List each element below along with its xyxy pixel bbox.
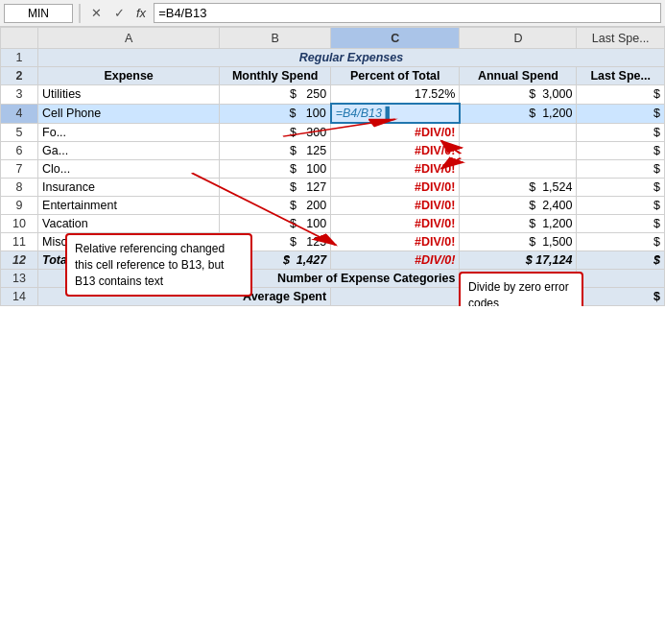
col-header-e[interactable]: Last Spe... [577,28,665,49]
cell-7c[interactable]: #DIV/0! [331,160,460,179]
cell-3b[interactable]: $ 250 [220,85,331,105]
header-b: Monthly Spend [220,67,331,85]
cell-6c[interactable]: #DIV/0! [331,142,460,160]
divider [79,4,81,23]
spreadsheet: A B C D Last Spe... 1 Regular Expenses 2… [0,27,665,306]
cell-6e[interactable]: $ [577,142,665,160]
cell-12a[interactable]: Totals [38,251,220,270]
col-header-c[interactable]: C [331,28,460,49]
cell-11c[interactable]: #DIV/0! [331,233,460,251]
cell-12b[interactable]: $ 1,427 [220,251,331,270]
cell-4d[interactable]: $ 1,200 [460,104,577,123]
header-e: Last Spe... [577,67,665,85]
cell-10c[interactable]: #DIV/0! [331,215,460,233]
cell-5a[interactable]: Fo... [38,123,220,142]
cell-11d[interactable]: $ 1,500 [460,233,577,251]
cell-12e[interactable]: $ [577,251,665,270]
row-12: 12 Totals $ 1,427 #DIV/0! $ 17,124 $ [1,251,665,270]
title-cell: Regular Expenses [38,49,665,67]
cell-11a[interactable]: Miscellaneous [38,233,220,251]
cell-7e[interactable]: $ [577,160,665,179]
cell-3e[interactable]: $ [577,85,665,105]
cell-8b[interactable]: $ 127 [220,179,331,197]
col-header-d[interactable]: D [460,28,577,49]
row-num-10: 10 [1,215,38,233]
cell-4b[interactable]: $ 100 [220,104,331,123]
row-2: 2 Expense Monthly Spend Percent of Total… [1,67,665,85]
cell-6d[interactable] [460,142,577,160]
row-13: 13 Number of Expense Categories 9 [1,270,665,288]
row-5: 5 Fo... $ 300 #DIV/0! $ [1,123,665,142]
cell-6b[interactable]: $ 125 [220,142,331,160]
row-num-13: 13 [1,270,38,288]
cell-12c[interactable]: #DIV/0! [331,251,460,270]
row-9: 9 Entertainment $ 200 #DIV/0! $ 2,400 $ [1,197,665,215]
row-num-6: 6 [1,142,38,160]
cell-7b[interactable]: $ 100 [220,160,331,179]
row-11: 11 Miscellaneous $ 125 #DIV/0! $ 1,500 $ [1,233,665,251]
cell-10b[interactable]: $ 100 [220,215,331,233]
cell-13e [577,270,665,288]
row-num-4: 4 [1,104,38,123]
row-num-14: 14 [1,288,38,306]
cell-3c[interactable]: 17.52% [331,85,460,105]
row-num-7: 7 [1,160,38,179]
cell-4a[interactable]: Cell Phone [38,104,220,123]
cell-8c[interactable]: #DIV/0! [331,179,460,197]
cell-9d[interactable]: $ 2,400 [460,197,577,215]
cell-5b[interactable]: $ 300 [220,123,331,142]
cell-9b[interactable]: $ 200 [220,197,331,215]
row-num-12: 12 [1,251,38,270]
col-header-a[interactable]: A [38,28,220,49]
row-14: 14 Average Spent $ 1,903 $ [1,288,665,306]
cell-12d[interactable]: $ 17,124 [460,251,577,270]
cell-5d[interactable] [460,123,577,142]
cell-9c[interactable]: #DIV/0! [331,197,460,215]
row-4: 4 Cell Phone $ 100 =B4/B13 ▌ $ 1,200 $ [1,104,665,123]
row-num-5: 5 [1,123,38,142]
fx-label: fx [132,6,150,20]
cell-13-label: Number of Expense Categories [38,270,460,288]
cell-9e[interactable]: $ [577,197,665,215]
cell-5c[interactable]: #DIV/0! [331,123,460,142]
row-num-11: 11 [1,233,38,251]
cell-10e[interactable]: $ [577,215,665,233]
row-num-1: 1 [1,49,38,67]
cell-14e: $ [577,288,665,306]
row-6: 6 Ga... $ 125 #DIV/0! $ [1,142,665,160]
cell-6a[interactable]: Ga... [38,142,220,160]
row-num-8: 8 [1,179,38,197]
header-c: Percent of Total [331,67,460,85]
cell-9a[interactable]: Entertainment [38,197,220,215]
cell-11b[interactable]: $ 125 [220,233,331,251]
cell-11e[interactable]: $ [577,233,665,251]
header-a: Expense [38,67,220,85]
row-num-3: 3 [1,85,38,105]
row-10: 10 Vacation $ 100 #DIV/0! $ 1,200 $ [1,215,665,233]
row-8: 8 Insurance $ 127 #DIV/0! $ 1,524 $ [1,179,665,197]
name-box[interactable]: MIN [4,4,73,23]
cell-8d[interactable]: $ 1,524 [460,179,577,197]
cell-7d[interactable] [460,160,577,179]
cell-10a[interactable]: Vacation [38,215,220,233]
cell-4e[interactable]: $ [577,104,665,123]
cell-3a[interactable]: Utilities [38,85,220,105]
grid-container: A B C D Last Spe... 1 Regular Expenses 2… [0,27,665,306]
cell-8a[interactable]: Insurance [38,179,220,197]
col-header-b[interactable]: B [220,28,331,49]
cell-13-value: 9 [460,270,577,288]
cell-14-label: Average Spent [38,288,331,306]
cell-4c-active[interactable]: =B4/B13 ▌ [331,104,460,123]
header-d: Annual Spend [460,67,577,85]
cell-5e[interactable]: $ [577,123,665,142]
col-header-row: A B C D Last Spe... [1,28,665,49]
formula-input[interactable]: =B4/B13 [154,3,661,23]
cell-8e[interactable]: $ [577,179,665,197]
confirm-btn[interactable]: ✓ [109,4,129,23]
corner-header [1,28,38,49]
row-1: 1 Regular Expenses [1,49,665,67]
cell-7a[interactable]: Clo... [38,160,220,179]
cell-3d[interactable]: $ 3,000 [460,85,577,105]
cell-10d[interactable]: $ 1,200 [460,215,577,233]
cancel-btn[interactable]: ✕ [86,4,106,23]
